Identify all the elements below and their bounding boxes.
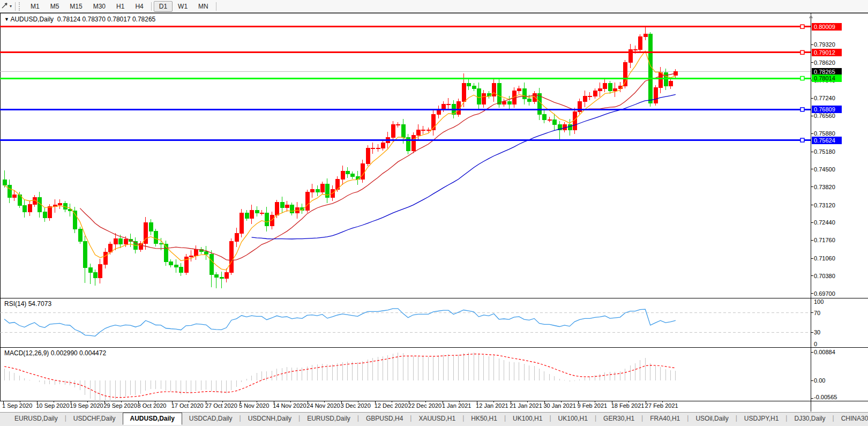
level-line-handle — [800, 77, 804, 80]
date-axis-label: 12 Jan 2021 — [476, 402, 508, 409]
date-axis-label: 14 Nov 2020 — [273, 402, 306, 409]
price-axis-tick-label: 0.77240 — [814, 95, 835, 101]
chart-collapse-icon[interactable]: ▼ — [4, 17, 10, 22]
price-axis-badge: 0.80009 — [812, 23, 842, 31]
date-axis-label: 17 Oct 2020 — [171, 402, 204, 409]
rsi-axis-tick-label: 0 — [814, 341, 817, 347]
date-axis-label: 19 Sep 2020 — [70, 402, 103, 409]
chart-tab-uk100-h1[interactable]: UK100,H1 — [506, 413, 549, 424]
chart-tab-audusd-daily[interactable]: AUDUSD,Daily — [123, 413, 182, 425]
price-axis-tick-label: 0.75180 — [814, 148, 835, 155]
chart-tab-bar: EURUSD,Daily|USDCHF,DailyAUDUSD,DailyUSD… — [0, 412, 868, 426]
date-axis-label: 10 Sep 2020 — [36, 402, 69, 409]
date-axis-label: 21 Jan 2021 — [510, 402, 542, 409]
price-axis-tick-label: 0.71760 — [814, 237, 835, 243]
date-axis-label: 18 Feb 2021 — [611, 402, 645, 409]
chart-tab-eurusd-daily[interactable]: EURUSD,Daily — [8, 413, 65, 424]
price-axis-tick-label: 0.73820 — [814, 184, 835, 190]
price-axis-tick-label: 0.73120 — [814, 202, 835, 208]
price-axis-tick-label: 0.72440 — [814, 219, 835, 226]
moving-average-6 — [4, 51, 676, 270]
chart-tab-china300-h1[interactable]: CHINA300,H1 — [834, 413, 868, 424]
date-axis-label: 29 Sep 2020 — [103, 402, 137, 409]
moving-average-50 — [252, 94, 676, 239]
date-axis-label: 30 Jan 2021 — [543, 402, 576, 409]
date-axis-label: 27 Oct 2020 — [205, 402, 237, 409]
chart-canvas[interactable] — [0, 0, 868, 426]
date-axis-label: 1 Jan 2021 — [442, 402, 471, 409]
price-axis-tick-label: 0.76560 — [814, 113, 835, 119]
chart-tab-usoil-daily[interactable]: USOil,Daily — [689, 413, 735, 424]
chart-tab-usdjpy-h1[interactable]: USDJPY,H1 — [737, 413, 785, 424]
chart-tab-usdchf-daily[interactable]: USDCHF,Daily — [66, 413, 123, 424]
chart-tab-hk50-h1[interactable]: HK50,H1 — [464, 413, 504, 424]
date-axis-label: 9 Feb 2021 — [578, 402, 608, 409]
rsi-axis-tick-label: 100 — [814, 298, 824, 305]
candlestick-series — [3, 27, 678, 288]
price-axis-tick-label: 0.71060 — [814, 255, 835, 261]
level-line-handle — [800, 108, 804, 111]
chart-tab-usdcad-daily[interactable]: USDCAD,Daily — [182, 413, 240, 424]
chart-tab-fra40-h1[interactable]: FRA40,H1 — [643, 413, 687, 424]
chart-tab-ger30-h1[interactable]: GER30,H1 — [596, 413, 641, 424]
date-axis-label: 5 Nov 2020 — [239, 402, 269, 409]
price-axis-badge: 0.76809 — [812, 106, 842, 113]
chart-tab-usdcnh-daily[interactable]: USDCNH,Daily — [241, 413, 298, 424]
date-axis-label: 1 Sep 2020 — [2, 402, 32, 409]
price-axis-badge: 0.75624 — [812, 137, 842, 144]
date-axis-label: 3 Dec 2020 — [341, 402, 371, 409]
date-axis-label: 12 Dec 2020 — [375, 402, 408, 409]
price-axis-tick-label: 0.70380 — [814, 273, 835, 279]
price-axis-tick-label: 0.75880 — [814, 130, 835, 137]
date-axis-label: 22 Dec 2020 — [408, 402, 442, 409]
level-line-handle — [800, 25, 804, 28]
chart-tab-eurusd-daily[interactable]: EURUSD,Daily — [300, 413, 357, 424]
chart-tab-gbpusd-h4[interactable]: GBPUSD,H4 — [359, 413, 410, 424]
chart-tab-dj30-daily[interactable]: DJ30,Daily — [787, 413, 832, 424]
chart-ohlc-values: 0.78124 0.78370 0.78017 0.78265 — [57, 16, 156, 23]
macd-indicator-label: MACD(12,26,9) 0.002990 0.004472 — [4, 349, 106, 357]
price-axis-tick-label: 0.69700 — [814, 290, 835, 297]
rsi-axis-tick-label: 30 — [814, 329, 820, 335]
price-axis-tick-label: 0.79320 — [814, 41, 835, 48]
macd-axis-tick-label: 0.00884 — [814, 349, 835, 355]
trading-terminal-window: ▾ M1M5M15M30H1H4D1W1MN ▼ AUDUSD,Daily 0.… — [0, 0, 868, 426]
level-line-handle — [800, 138, 804, 142]
date-axis-label: 27 Feb 2021 — [645, 402, 678, 409]
price-axis-tick-label: 0.78620 — [814, 59, 835, 66]
chart-title: ▼ AUDUSD,Daily 0.78124 0.78370 0.78017 0… — [4, 16, 155, 23]
macd-axis-tick-label: 0.00 — [814, 377, 825, 384]
level-line-handle — [800, 50, 804, 54]
macd-axis-tick-label: -0.00565 — [814, 394, 837, 400]
price-axis-tick-label: 0.74500 — [814, 166, 835, 173]
autoscroll-marker — [809, 14, 813, 18]
date-axis-label: 8 Oct 2020 — [138, 402, 167, 409]
chart-symbol-label: AUDUSD,Daily — [10, 16, 54, 23]
chart-tab-uk100-h1[interactable]: UK100,H1 — [551, 413, 595, 424]
rsi-axis-tick-label: 70 — [814, 310, 820, 316]
price-axis-badge: 0.78014 — [812, 74, 842, 82]
date-axis-label: 24 Nov 2020 — [306, 402, 340, 409]
rsi-indicator-label: RSI(14) 54.7073 — [4, 300, 51, 308]
chart-tab-xauusd-h1[interactable]: XAUUSD,H1 — [411, 413, 462, 424]
price-axis-badge: 0.79012 — [812, 49, 842, 56]
